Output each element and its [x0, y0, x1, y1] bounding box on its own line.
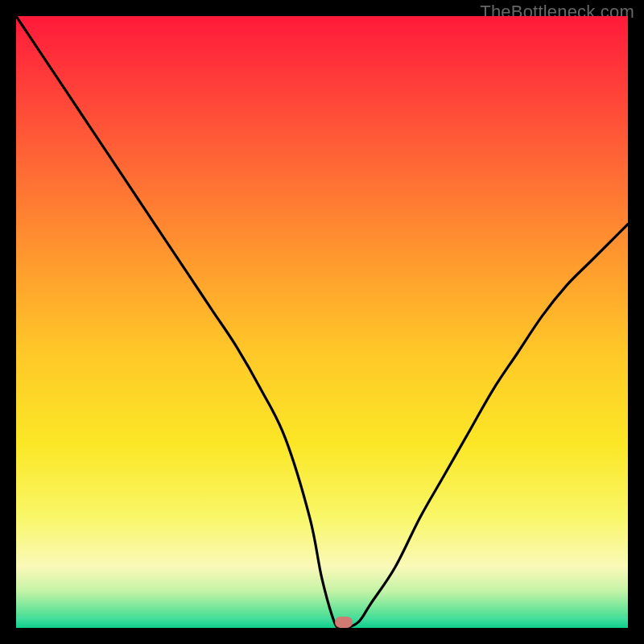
plot-area	[16, 16, 628, 628]
curve-svg	[16, 16, 628, 628]
bottleneck-curve-path	[16, 16, 628, 628]
optimal-marker	[335, 617, 353, 628]
chart-frame: TheBottleneck.com	[0, 0, 644, 644]
